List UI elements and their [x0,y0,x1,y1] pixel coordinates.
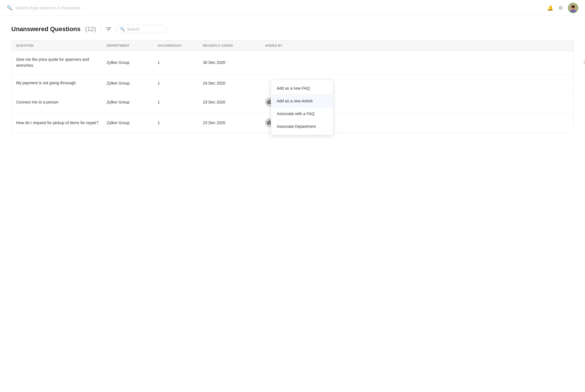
context-dropdown-menu: Add as a new FAQ Add as a new Article As… [271,79,333,135]
svg-point-4 [571,5,575,8]
question-count: (12) [85,25,96,33]
user-avatar[interactable] [568,3,578,13]
date-cell: 24 Dec 2020 [203,81,265,85]
navbar: 🔍 Search (Type minimum 3 characters) 🔔 ⚙ [0,0,585,16]
question-cell: How do I request for pickup of items for… [16,120,107,126]
delete-row-button[interactable]: 🗑 [583,60,585,65]
table-header: QUESTION DEPARTMENT OCCURENCES ↕ RECENTL… [12,40,573,51]
main-content: Unanswered Questions (12) 🔍 Search QUEST… [0,16,585,142]
recently-asked-sort-icon: ↕ [234,44,236,47]
search-box-icon: 🔍 [120,27,125,31]
department-cell: Zylker Group [107,100,158,104]
department-cell: Zylker Group [107,120,158,125]
question-cell: Connect me to a person [16,99,107,105]
occurrences-cell: 1 [158,81,203,85]
filter-button[interactable] [106,27,111,32]
dropdown-item-associate-faq[interactable]: Associate with a FAQ [271,107,333,120]
svg-point-23 [269,120,270,121]
col-header-occurrences[interactable]: OCCURENCES ↕ [158,44,203,47]
occurrences-cell: 1 [158,100,203,104]
avatar-image [569,3,578,12]
date-cell: 23 Dec 2020 [203,120,265,125]
search-icon: 🔍 [7,5,12,10]
dropdown-item-add-article[interactable]: Add as a new Article [271,95,333,107]
table-row: Give me the price quote for spanners and… [12,51,573,74]
occurrences-cell: 1 [158,60,203,65]
questions-table: QUESTION DEPARTMENT OCCURENCES ↕ RECENTL… [11,40,574,133]
svg-rect-19 [268,122,269,123]
dropdown-item-associate-dept[interactable]: Associate Department [271,120,333,133]
title-row: Unanswered Questions (12) 🔍 Search [11,25,574,33]
navbar-actions: 🔔 ⚙ [547,3,578,13]
occurrences-sort-icon: ↕ [182,44,184,47]
page-title: Unanswered Questions [11,25,81,33]
volume-icon[interactable]: 🔔 [547,5,553,11]
dropdown-item-add-faq[interactable]: Add as a new FAQ [271,82,333,95]
department-cell: Zylker Group [107,60,158,65]
occurrences-cell: 1 [158,120,203,125]
svg-rect-12 [269,102,271,103]
date-cell: 23 Dec 2020 [203,100,265,104]
question-cell: Give me the price quote for spanners and… [16,57,107,68]
col-header-added-by: ADDED BY [265,44,316,47]
date-cell: 30 Dec 2020 [203,60,265,65]
search-box-text: Search [127,27,140,31]
question-cell: My payment is not going throuugh [16,80,107,86]
col-header-recently-asked[interactable]: RECENTLY ASKED ↕ [203,44,265,47]
svg-rect-10 [268,101,269,102]
svg-rect-21 [269,123,271,124]
title-divider [101,26,101,33]
navbar-search-placeholder: Search (Type minimum 3 characters) [15,6,80,10]
col-header-question: QUESTION [16,44,107,47]
settings-icon[interactable]: ⚙ [558,5,563,11]
col-header-department: DEPARTMENT [107,44,158,47]
navbar-search[interactable]: 🔍 Search (Type minimum 3 characters) [7,5,80,10]
department-cell: Zylker Group [107,81,158,85]
svg-point-14 [269,100,270,100]
search-box[interactable]: 🔍 Search [116,25,167,33]
